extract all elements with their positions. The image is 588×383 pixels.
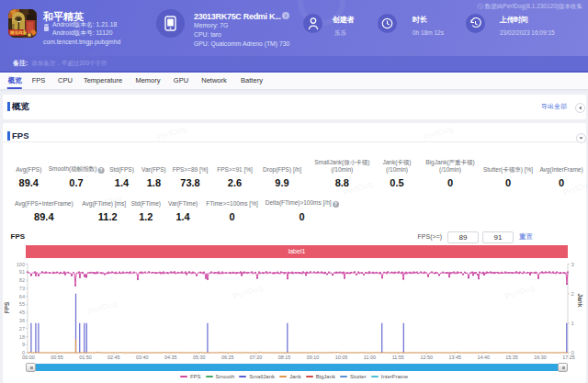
svg-text:45: 45 [19, 310, 25, 315]
svg-text:04:35: 04:35 [164, 355, 177, 360]
svg-text:FPS: FPS [4, 301, 10, 313]
svg-text:15:35: 15:35 [505, 355, 518, 360]
svg-text:55: 55 [19, 301, 25, 307]
svg-text:91: 91 [19, 269, 25, 275]
svg-text:Jank: Jank [577, 294, 583, 308]
svg-text:00:00: 00:00 [22, 355, 35, 360]
svg-text:12:50: 12:50 [421, 355, 434, 360]
svg-text:3: 3 [571, 262, 575, 267]
svg-text:00:55: 00:55 [51, 355, 63, 360]
svg-text:11:00: 11:00 [364, 355, 376, 360]
svg-text:82: 82 [19, 277, 25, 283]
svg-text:07:20: 07:20 [250, 355, 263, 360]
svg-text:27: 27 [19, 326, 25, 332]
svg-text:36: 36 [19, 318, 25, 323]
svg-text:16:30: 16:30 [534, 355, 547, 360]
svg-text:02:45: 02:45 [107, 355, 120, 360]
svg-text:05:30: 05:30 [193, 355, 206, 360]
svg-text:08:15: 08:15 [278, 355, 291, 360]
svg-text:09:10: 09:10 [307, 355, 320, 360]
svg-text:1: 1 [571, 321, 575, 326]
svg-text:14:40: 14:40 [477, 355, 490, 360]
svg-text:03:40: 03:40 [136, 355, 149, 360]
svg-text:9: 9 [22, 342, 25, 347]
svg-text:10:05: 10:05 [335, 355, 348, 360]
svg-text:01:50: 01:50 [79, 355, 92, 360]
svg-text:06:25: 06:25 [221, 355, 234, 360]
svg-text:17:25: 17:25 [562, 355, 575, 360]
svg-text:11:55: 11:55 [392, 355, 404, 360]
svg-text:2: 2 [571, 291, 575, 297]
svg-text:13:45: 13:45 [448, 355, 461, 360]
svg-text:100: 100 [17, 262, 25, 267]
svg-text:73: 73 [19, 286, 25, 291]
svg-text:64: 64 [19, 294, 25, 299]
svg-text:18: 18 [19, 334, 25, 340]
